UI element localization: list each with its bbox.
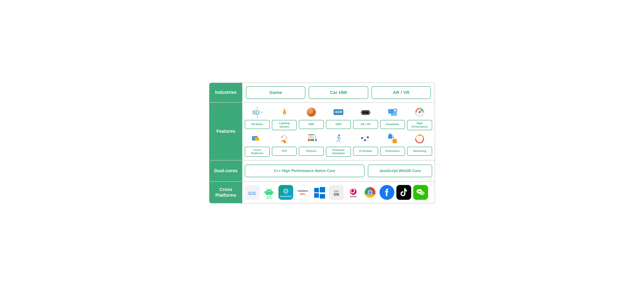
svg-line-51 bbox=[315, 135, 316, 139]
feature-pbr-label: PBR bbox=[299, 120, 324, 129]
feature-extensions-label: Extensions bbox=[380, 147, 405, 156]
svg-rect-6 bbox=[283, 114, 286, 116]
streaming-icon bbox=[414, 133, 425, 145]
svg-rect-76 bbox=[266, 192, 272, 195]
svg-text:mac: mac bbox=[334, 189, 339, 193]
svg-text:QNX.: QNX. bbox=[300, 193, 306, 195]
platform-chrome bbox=[363, 185, 378, 200]
feature-arvr-label: AR / VR bbox=[353, 120, 378, 129]
svg-point-116 bbox=[421, 193, 422, 194]
core2-box: JavaScript Web3D Core bbox=[368, 165, 432, 177]
svg-rect-70 bbox=[391, 140, 393, 142]
industry-carhmi: Car HMI bbox=[309, 86, 368, 99]
svg-rect-93 bbox=[314, 188, 319, 192]
crossplatforms-icon bbox=[252, 133, 263, 145]
svg-point-39 bbox=[286, 138, 287, 139]
svg-rect-79 bbox=[264, 191, 266, 194]
svg-rect-66 bbox=[390, 133, 391, 135]
dualcores-label: Dual-cores bbox=[210, 160, 242, 181]
feature-arvr: AR / VR bbox=[353, 106, 378, 130]
svg-point-50 bbox=[312, 139, 314, 141]
3d-editor-icon: 3D bbox=[252, 106, 263, 118]
features-content: 3D 3D Editor bbox=[242, 103, 434, 160]
svg-point-40 bbox=[282, 135, 283, 135]
platform-windows bbox=[312, 185, 327, 200]
svg-rect-109 bbox=[396, 185, 411, 200]
feature-extensions: Extensions bbox=[380, 133, 405, 157]
platforms-content: iOS and bbox=[242, 182, 434, 203]
svg-text:android: android bbox=[266, 197, 272, 199]
svg-rect-80 bbox=[272, 191, 274, 194]
platform-android: android bbox=[262, 185, 276, 200]
crossplatforms-label: CrossPlatforms bbox=[210, 182, 242, 203]
platform-openharmony: OpenHarmony bbox=[278, 185, 293, 200]
svg-rect-69 bbox=[393, 137, 394, 139]
crossplatforms-row: CrossPlatforms iOS bbox=[210, 182, 434, 203]
svg-point-52 bbox=[315, 139, 317, 141]
feature-scalability: Scalability bbox=[380, 106, 405, 130]
feature-physics-label: Physics bbox=[299, 147, 324, 156]
platform-qnx: » BlackBerry. QNX. bbox=[295, 185, 310, 200]
svg-rect-77 bbox=[267, 196, 268, 197]
scalability-icon bbox=[387, 106, 398, 118]
feature-3deditor: 3D 3D Editor bbox=[245, 106, 270, 130]
features-label: Features bbox=[210, 103, 242, 160]
uisystem-icon bbox=[360, 133, 371, 145]
svg-point-107 bbox=[369, 191, 372, 194]
svg-text:debian: debian bbox=[350, 195, 356, 198]
svg-rect-64 bbox=[367, 137, 369, 138]
svg-text:OS: OS bbox=[334, 192, 339, 196]
feature-physics: Physics bbox=[299, 133, 324, 157]
svg-rect-95 bbox=[314, 193, 319, 198]
platform-facebook bbox=[380, 185, 394, 200]
feature-highperf-label: High Performance bbox=[407, 120, 432, 130]
svg-point-18 bbox=[363, 111, 366, 114]
svg-rect-34 bbox=[255, 138, 259, 140]
svg-point-14 bbox=[309, 110, 311, 112]
feature-charanim: Character Animation bbox=[326, 133, 351, 157]
feature-scalability-label: Scalability bbox=[380, 120, 405, 129]
industries-row: Industries Game Car HMI AR / VR bbox=[210, 83, 434, 103]
svg-point-118 bbox=[423, 193, 424, 194]
svg-line-57 bbox=[336, 140, 339, 142]
svg-point-37 bbox=[283, 135, 284, 136]
svg-line-55 bbox=[336, 137, 339, 138]
industries-label: Industries bbox=[210, 83, 242, 102]
svg-rect-65 bbox=[388, 135, 392, 139]
lighting-icon bbox=[279, 106, 290, 118]
svg-rect-78 bbox=[270, 196, 271, 197]
svg-text:OpenHarmony: OpenHarmony bbox=[280, 195, 292, 197]
industries-items: Game Car HMI AR / VR bbox=[246, 86, 431, 99]
svg-line-58 bbox=[339, 140, 340, 142]
svg-point-82 bbox=[270, 191, 271, 192]
industry-arvr: AR / VR bbox=[372, 86, 431, 99]
svg-text:HDR: HDR bbox=[334, 110, 342, 114]
svg-point-53 bbox=[338, 134, 340, 136]
dualcores-row: Dual-cores C++ High Performance Native C… bbox=[210, 160, 434, 182]
arvr-icon bbox=[360, 106, 371, 118]
svg-rect-59 bbox=[362, 136, 362, 142]
physics-icon bbox=[306, 133, 317, 145]
feature-streaming-label: Streaming bbox=[407, 147, 432, 156]
feature-vfx: VFX bbox=[272, 133, 297, 157]
platform-wechat bbox=[413, 185, 428, 200]
platform-macos: mac OS bbox=[329, 185, 344, 200]
svg-point-19 bbox=[366, 111, 368, 114]
feature-hdr: HDR HDR bbox=[326, 106, 351, 130]
svg-text:iOS: iOS bbox=[248, 191, 256, 196]
main-container: Industries Game Car HMI AR / VR Features… bbox=[209, 83, 435, 204]
feature-lighting-label: Lighting System bbox=[272, 120, 297, 130]
svg-point-38 bbox=[286, 136, 286, 137]
svg-rect-62 bbox=[361, 137, 363, 139]
svg-point-13 bbox=[307, 108, 316, 117]
svg-point-115 bbox=[420, 191, 422, 192]
feature-highperf: High Performance bbox=[407, 106, 432, 130]
features-row: Features 3D 3D E bbox=[210, 103, 434, 161]
feature-lighting: Lighting System bbox=[272, 106, 297, 130]
feature-crossplatforms-label: Cross Platforms bbox=[245, 147, 270, 157]
feature-vfx-label: VFX bbox=[272, 147, 297, 156]
pbr-icon bbox=[306, 106, 317, 118]
highperf-icon bbox=[414, 106, 425, 118]
feature-charanim-label: Character Animation bbox=[326, 147, 351, 157]
features-row2-icons: Cross Platforms bbox=[245, 133, 432, 157]
